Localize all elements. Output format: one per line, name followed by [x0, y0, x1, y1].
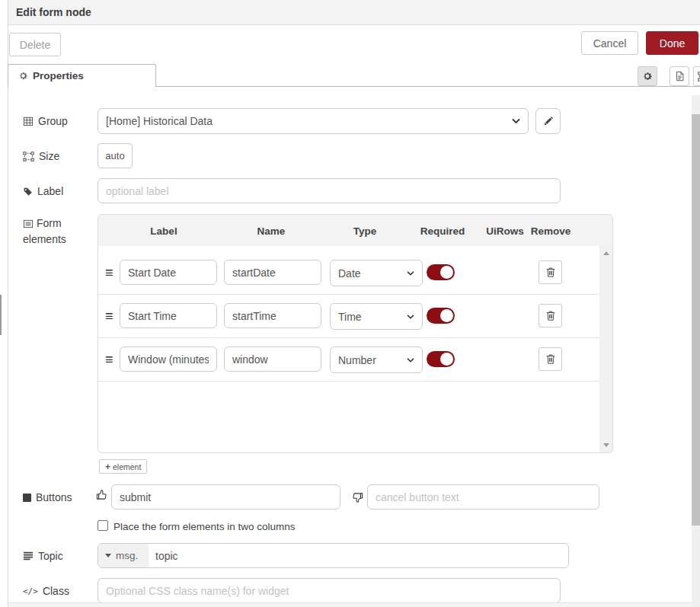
bars-icon	[23, 551, 34, 561]
chevron-down-icon	[512, 119, 520, 124]
remove-element-button[interactable]	[539, 260, 562, 284]
element-name-input[interactable]	[224, 260, 321, 285]
cancel-button[interactable]: Cancel	[581, 31, 638, 55]
delete-button[interactable]: Delete	[9, 33, 61, 56]
size-button[interactable]: auto	[97, 143, 133, 168]
two-columns-label: Place the form elements in two columns	[113, 521, 296, 532]
square-icon	[23, 494, 31, 502]
trash-icon	[545, 353, 556, 365]
label-field-label: Label	[23, 185, 63, 197]
code-icon: </>	[23, 586, 38, 596]
form-elements-label: Form elements	[23, 216, 85, 248]
submit-button-text-input[interactable]	[111, 484, 340, 510]
form-element-row: ≡ Date	[98, 251, 599, 295]
remove-element-button[interactable]	[539, 304, 562, 327]
plus-icon: +	[105, 462, 110, 472]
edit-form-node-dialog: Edit form node Delete Cancel Done Proper…	[0, 0, 700, 607]
thumbs-up-icon	[96, 489, 107, 500]
description-tab-button[interactable]	[670, 66, 689, 86]
topic-typed-input[interactable]: msg. topic	[97, 543, 569, 568]
tab-properties-label: Properties	[33, 70, 84, 81]
element-type-select[interactable]: Number	[330, 347, 423, 373]
drag-handle-icon[interactable]: ≡	[105, 308, 113, 324]
tag-icon	[23, 187, 33, 196]
element-label-input[interactable]	[120, 303, 217, 328]
size-field-label: Size	[23, 150, 59, 162]
drag-handle-icon[interactable]: ≡	[105, 265, 113, 281]
element-type-value: Time	[338, 311, 362, 323]
dialog-title: Edit form node	[16, 6, 91, 18]
appearance-tab-button[interactable]	[693, 66, 700, 86]
thumbs-down-icon	[352, 492, 363, 503]
typed-input-type-button[interactable]: msg.	[98, 544, 149, 567]
element-name-input[interactable]	[224, 347, 321, 372]
required-toggle[interactable]	[427, 351, 455, 367]
dialog-left-border	[8, 0, 8, 607]
dialog-header: Edit form node	[8, 0, 700, 25]
tab-properties[interactable]: Properties	[8, 64, 156, 87]
object-group-icon	[698, 72, 700, 81]
cancel-button-text-input[interactable]	[367, 484, 599, 510]
form-element-row: ≡ Number	[98, 338, 599, 382]
done-button[interactable]: Done	[646, 31, 698, 55]
col-uirows: UiRows	[486, 225, 524, 237]
group-field-label: Group	[23, 115, 68, 127]
next-section-edge	[8, 602, 700, 607]
list-scrollbar[interactable]	[599, 246, 612, 452]
gear-icon	[18, 71, 28, 81]
required-toggle[interactable]	[427, 308, 455, 324]
col-required: Required	[420, 225, 465, 237]
element-label-input[interactable]	[120, 347, 217, 372]
label-input[interactable]	[97, 178, 561, 203]
element-type-value: Date	[338, 267, 361, 280]
class-field-label: </> Class	[23, 585, 69, 597]
col-remove: Remove	[531, 225, 571, 237]
group-select-value: [Home] Historical Data	[106, 115, 213, 127]
typed-input-type-label: msg.	[116, 550, 138, 561]
topic-value[interactable]: topic	[149, 544, 178, 567]
properties-tab-button[interactable]	[638, 66, 657, 86]
drag-handle-icon[interactable]: ≡	[105, 352, 113, 368]
object-size-icon	[23, 152, 34, 161]
file-icon	[675, 71, 685, 81]
add-element-button[interactable]: + element	[99, 459, 147, 474]
class-input[interactable]	[97, 578, 561, 603]
chevron-down-icon	[407, 271, 414, 276]
buttons-field-label: Buttons	[23, 491, 72, 503]
chevron-down-icon	[407, 315, 414, 319]
element-type-select[interactable]: Time	[330, 303, 423, 330]
gear-icon	[642, 71, 653, 81]
two-columns-checkbox[interactable]	[97, 520, 108, 531]
element-type-select[interactable]: Date	[330, 260, 423, 286]
group-select[interactable]: [Home] Historical Data	[97, 108, 529, 134]
col-name: Name	[257, 225, 286, 237]
required-toggle[interactable]	[427, 264, 455, 280]
trash-icon	[545, 310, 556, 321]
element-name-input[interactable]	[224, 303, 321, 328]
topic-field-label: Topic	[23, 550, 63, 562]
scroll-up-icon[interactable]	[603, 251, 609, 255]
scroll-down-icon[interactable]	[603, 443, 609, 447]
edit-group-button[interactable]	[535, 108, 561, 134]
list-alt-icon	[23, 219, 34, 228]
chevron-down-icon	[407, 358, 414, 363]
form-element-row: ≡ Time	[98, 295, 599, 338]
form-elements-header: Label Name Type Required UiRows Remove	[97, 214, 613, 248]
form-elements-list: ≡ Date ≡ Time	[97, 246, 613, 453]
remove-element-button[interactable]	[539, 347, 562, 371]
element-type-value: Number	[338, 354, 376, 366]
page-scrollbar-thumb[interactable]	[692, 114, 700, 526]
table-icon	[23, 117, 34, 126]
trash-icon	[545, 267, 556, 278]
col-label: Label	[150, 225, 177, 237]
col-type: Type	[353, 225, 377, 237]
caret-down-icon	[105, 554, 111, 557]
form-elements-table: Label Name Type Required UiRows Remove ≡…	[97, 214, 613, 453]
pencil-icon	[543, 116, 554, 126]
editor-edge-fragment	[0, 295, 2, 335]
element-label-input[interactable]	[120, 260, 217, 285]
